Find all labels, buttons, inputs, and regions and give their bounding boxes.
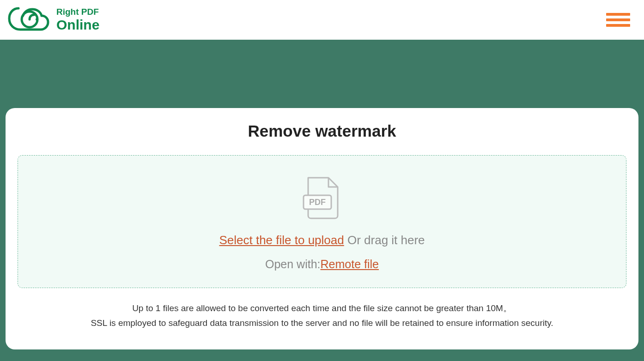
- pdf-file-icon: PDF: [302, 176, 342, 220]
- pdf-icon-container: PDF: [27, 176, 617, 220]
- info-text: Up to 1 files are allowed to be converte…: [18, 301, 626, 331]
- logo-text: Right PDF Online: [56, 7, 99, 33]
- page-title: Remove watermark: [18, 122, 626, 140]
- svg-point-1: [36, 18, 38, 21]
- info-line-1: Up to 1 files are allowed to be converte…: [18, 301, 626, 316]
- logo[interactable]: Right PDF Online: [5, 3, 99, 37]
- info-line-2: SSL is employed to safeguard data transm…: [18, 316, 626, 331]
- svg-text:PDF: PDF: [309, 198, 326, 207]
- open-with-label: Open with:: [265, 258, 321, 271]
- logo-text-top: Right PDF: [56, 7, 99, 17]
- spacer: [0, 40, 644, 108]
- hamburger-line-icon: [606, 24, 630, 27]
- remote-file-link[interactable]: Remote file: [321, 258, 379, 271]
- logo-text-bottom: Online: [56, 17, 99, 33]
- select-file-link[interactable]: Select the file to upload: [219, 233, 344, 247]
- open-with-row: Open with:Remote file: [27, 258, 617, 271]
- main-card: Remove watermark PDF Select the file to …: [6, 108, 638, 349]
- hamburger-line-icon: [606, 13, 630, 16]
- file-drop-zone[interactable]: PDF Select the file to upload Or drag it…: [18, 155, 626, 288]
- hamburger-menu-button[interactable]: [606, 13, 630, 27]
- logo-icon: [5, 3, 51, 37]
- drag-instruction-text: Or drag it here: [344, 233, 425, 247]
- hamburger-line-icon: [606, 18, 630, 21]
- header: Right PDF Online: [0, 0, 644, 40]
- upload-instruction: Select the file to upload Or drag it her…: [27, 233, 617, 247]
